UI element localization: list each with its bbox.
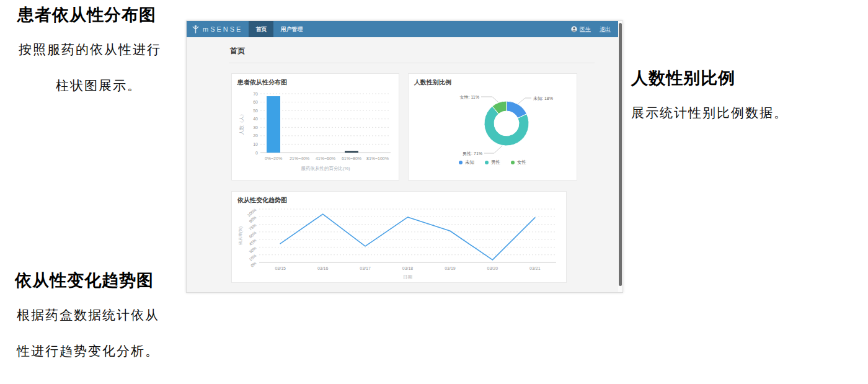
annotation-gender-line1: 展示统计性别比例数据。 <box>631 104 788 122</box>
scrollbar-thumb[interactable] <box>619 23 622 286</box>
legend-dot-female <box>511 161 515 164</box>
svg-text:61%~80%: 61%~80% <box>342 156 361 161</box>
line-chart: 0%15%30%45%60%75%90%105%03/1503/1603/170… <box>237 204 562 282</box>
pie-legend: 未知 男性 女性 <box>409 159 577 166</box>
panel-adherence-distribution: 患者依从性分布图 0102030405060700%~20%21%~40%41%… <box>231 73 399 181</box>
scrollbar-track[interactable] <box>618 21 622 292</box>
panel-adherence-trend: 依从性变化趋势图 0%15%30%45%60%75%90%105%03/1503… <box>231 191 567 283</box>
brand[interactable]: mSENSE <box>187 21 249 37</box>
svg-text:服药依从性的百分比(%): 服药依从性的百分比(%) <box>301 166 350 171</box>
svg-text:03/21: 03/21 <box>529 266 541 270</box>
svg-text:03/19: 03/19 <box>445 266 456 270</box>
svg-text:105%: 105% <box>246 207 257 217</box>
annotation-bar-title: 患者依从性分布图 <box>17 4 156 26</box>
pie-chart-title: 人数性别比例 <box>414 78 451 87</box>
line-chart-title: 依从性变化趋势图 <box>237 196 287 205</box>
brand-text: mSENSE <box>203 25 242 33</box>
nav-tab-user-management[interactable]: 用户管理 <box>273 21 309 37</box>
bar-chart: 0102030405060700%~20%21%~40%41%~60%61%~8… <box>237 87 395 179</box>
svg-text:10: 10 <box>253 142 258 146</box>
svg-text:60%: 60% <box>248 230 257 239</box>
annotation-trend-line2: 性进行趋势变化分析。 <box>17 342 159 360</box>
user-menu[interactable]: 医生 <box>571 25 591 33</box>
panel-gender-ratio: 人数性别比例 未知: 18%男性: 71%女性: 11% 未知 男性 女性 <box>408 73 577 181</box>
svg-text:30: 30 <box>253 125 258 130</box>
svg-text:20: 20 <box>253 133 258 138</box>
svg-text:女性: 11%: 女性: 11% <box>460 95 479 99</box>
svg-text:75%: 75% <box>248 223 257 231</box>
svg-text:30%: 30% <box>248 246 257 254</box>
annotation-bar-line2: 柱状图展示。 <box>17 77 180 94</box>
user-label: 医生 <box>580 25 591 33</box>
svg-text:21%~40%: 21%~40% <box>290 156 309 161</box>
avatar-icon <box>571 26 577 32</box>
legend-item-unknown[interactable]: 未知 <box>459 159 474 166</box>
svg-text:03/17: 03/17 <box>360 266 371 270</box>
svg-text:60: 60 <box>253 100 258 104</box>
svg-text:41%~60%: 41%~60% <box>316 156 335 161</box>
svg-text:依从率(%): 依从率(%) <box>238 226 243 245</box>
legend-label-male: 男性 <box>491 159 500 166</box>
navbar-right: 医生 退出 <box>571 21 619 37</box>
legend-label-female: 女性 <box>517 159 526 166</box>
legend-dot-male <box>485 161 489 164</box>
navbar: mSENSE 首页 用户管理 医生 退出 <box>187 21 619 37</box>
app-window: mSENSE 首页 用户管理 医生 退出 首页 患者依从性分布图 <box>186 20 623 293</box>
legend-label-unknown: 未知 <box>465 159 474 166</box>
svg-text:03/18: 03/18 <box>402 266 414 270</box>
svg-text:45%: 45% <box>248 238 257 246</box>
svg-text:0%: 0% <box>250 261 257 268</box>
svg-text:81%~100%: 81%~100% <box>366 156 389 161</box>
svg-text:03/15: 03/15 <box>275 266 286 270</box>
annotation-trend-title: 依从性变化趋势图 <box>15 269 154 292</box>
svg-text:50: 50 <box>253 109 258 113</box>
bar-chart-title: 患者依从性分布图 <box>237 78 287 87</box>
logout-link[interactable]: 退出 <box>600 25 611 33</box>
svg-text:日期: 日期 <box>403 274 412 280</box>
annotation-bar-line1: 按照服药的依从性进行 <box>19 41 161 58</box>
svg-text:03/20: 03/20 <box>487 266 498 270</box>
legend-dot-unknown <box>459 161 463 164</box>
donut-chart: 未知: 18%男性: 71%女性: 11% <box>414 86 573 158</box>
svg-text:未知: 18%: 未知: 18% <box>533 96 553 101</box>
svg-text:0: 0 <box>255 151 258 155</box>
svg-text:人数（人）: 人数（人） <box>239 112 244 135</box>
svg-text:70: 70 <box>253 92 258 96</box>
svg-text:40: 40 <box>253 117 258 121</box>
page: 患者依从性分布图 按照服药的依从性进行 柱状图展示。 依从性变化趋势图 根据药盒… <box>0 0 868 384</box>
annotation-gender-title: 人数性别比例 <box>631 67 735 89</box>
antenna-icon <box>192 25 200 34</box>
page-separator <box>229 63 595 63</box>
nav-tab-home[interactable]: 首页 <box>249 21 273 37</box>
svg-text:15%: 15% <box>248 253 257 262</box>
legend-item-male[interactable]: 男性 <box>485 159 500 166</box>
svg-text:03/16: 03/16 <box>317 266 329 270</box>
page-title: 首页 <box>230 46 245 56</box>
legend-item-female[interactable]: 女性 <box>511 159 526 166</box>
svg-text:0%~20%: 0%~20% <box>265 156 282 161</box>
svg-text:男性: 71%: 男性: 71% <box>463 151 482 156</box>
annotation-trend-line1: 根据药盒数据统计依从 <box>17 306 159 324</box>
